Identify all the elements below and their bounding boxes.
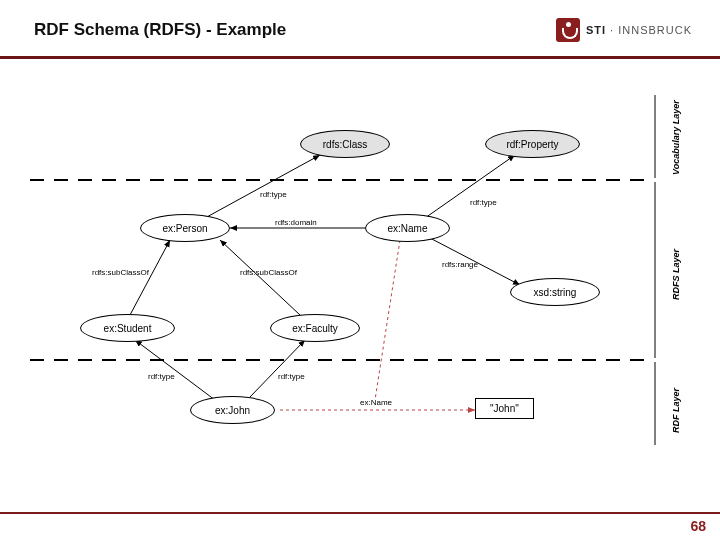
layer-rdfs: RDFS Layer [671,240,681,300]
node-label: ex:Name [387,223,427,234]
edge-rdf-type-3: rdf:type [148,372,175,381]
page-number: 68 [690,518,706,534]
edge-subclass-2: rdfs:subClassOf [240,268,297,277]
page-title: RDF Schema (RDFS) - Example [34,20,286,40]
node-ex-name: ex:Name [365,214,450,242]
svg-line-10 [220,240,300,315]
node-label: xsd:string [534,287,577,298]
edge-rdf-type-4: rdf:type [278,372,305,381]
node-label: "John" [490,403,519,414]
edge-rdfs-domain: rdfs:domain [275,218,317,227]
node-ex-faculty: ex:Faculty [270,314,360,342]
node-john-literal: "John" [475,398,534,419]
layer-vocab: Vocabulary Layer [671,95,681,175]
svg-line-6 [425,155,515,218]
svg-line-5 [205,155,320,218]
logo-rest: · INNSBRUCK [606,24,692,36]
node-rdfs-class: rdfs:Class [300,130,390,158]
node-rdf-property: rdf:Property [485,130,580,158]
node-ex-john: ex:John [190,396,275,424]
svg-line-9 [130,240,170,315]
logo-icon [556,18,580,42]
node-xsd-string: xsd:string [510,278,600,306]
layer-rdf: RDF Layer [671,373,681,433]
edge-rdf-type-2: rdf:type [470,198,497,207]
edge-rdf-type-1: rdf:type [260,190,287,199]
edge-ex-name: ex:Name [360,398,392,407]
rdfs-diagram: rdfs:Class rdf:Property ex:Person ex:Nam… [30,90,690,450]
header-rule [0,56,720,59]
logo-text: STI · INNSBRUCK [586,24,692,36]
svg-line-11 [135,340,215,400]
edge-rdfs-range: rdfs:range [442,260,478,269]
svg-line-12 [250,340,305,397]
node-label: ex:John [215,405,250,416]
node-label: ex:Student [104,323,152,334]
logo-bold: STI [586,24,606,36]
node-ex-student: ex:Student [80,314,175,342]
edge-subclass-1: rdfs:subClassOf [92,268,149,277]
node-label: ex:Person [162,223,207,234]
brand-logo: STI · INNSBRUCK [556,18,692,42]
svg-line-14 [375,240,400,400]
slide-footer: 68 [0,512,720,540]
node-label: rdf:Property [506,139,558,150]
node-label: rdfs:Class [323,139,367,150]
node-label: ex:Faculty [292,323,338,334]
node-ex-person: ex:Person [140,214,230,242]
slide-header: RDF Schema (RDFS) - Example STI · INNSBR… [0,0,720,50]
